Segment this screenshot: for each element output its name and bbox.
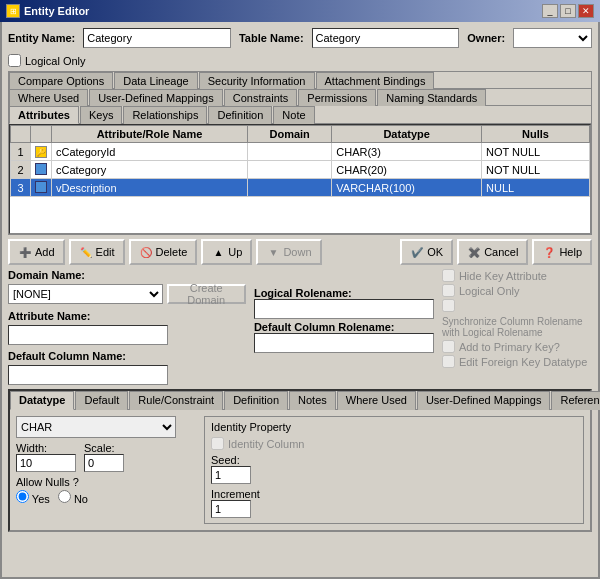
- add-button[interactable]: ➕ Add: [8, 239, 65, 265]
- domain-name-row: Domain Name:: [8, 269, 246, 281]
- domain-select[interactable]: [NONE]: [8, 284, 163, 304]
- cancel-icon: ✖️: [467, 245, 481, 259]
- col-num: [11, 126, 31, 143]
- tab-udm[interactable]: User-Defined Mappings: [417, 391, 551, 410]
- action-buttons: ➕ Add ✏️ Edit 🚫 Delete ▲ Up ▼ Down ✔️ OK…: [8, 239, 592, 265]
- table-row[interactable]: 2 cCategory CHAR(20) NOT NULL: [11, 161, 590, 179]
- delete-label: Delete: [156, 246, 188, 258]
- edit-button[interactable]: ✏️ Edit: [69, 239, 125, 265]
- entity-name-input[interactable]: [83, 28, 231, 48]
- attr-icon-2: [35, 163, 47, 175]
- attr-nulls-1: NOT NULL: [482, 143, 590, 161]
- bottom-content: CHAR Width: Scale: Allow Nulls ?: [10, 410, 590, 530]
- domain-middle: Logical Rolename: Default Column Rolenam…: [254, 269, 434, 385]
- table-name-input[interactable]: [312, 28, 460, 48]
- tab-reference-value[interactable]: Reference Value: [551, 391, 600, 410]
- tab-datatype[interactable]: Datatype: [10, 391, 74, 410]
- delete-button[interactable]: 🚫 Delete: [129, 239, 198, 265]
- add-icon: ➕: [18, 245, 32, 259]
- tab-attachment-bindings[interactable]: Attachment Bindings: [316, 72, 435, 89]
- yes-label: Yes: [32, 493, 50, 505]
- down-button[interactable]: ▼ Down: [256, 239, 321, 265]
- hide-key-attr-checkbox[interactable]: [442, 269, 455, 282]
- tab-permissions[interactable]: Permissions: [298, 89, 376, 106]
- tab-note[interactable]: Note: [273, 106, 314, 124]
- logical-only-checkbox[interactable]: [8, 54, 21, 67]
- scale-label: Scale:: [84, 442, 115, 454]
- datatype-select[interactable]: CHAR: [16, 416, 176, 438]
- tab-where-used-bottom[interactable]: Where Used: [337, 391, 416, 410]
- create-domain-label: Create Domain: [175, 282, 238, 306]
- identity-column-checkbox[interactable]: [211, 437, 224, 450]
- add-primary-key-checkbox[interactable]: [442, 340, 455, 353]
- sync-rolename-checkbox[interactable]: [442, 299, 455, 312]
- down-icon: ▼: [266, 245, 280, 259]
- tab-where-used[interactable]: Where Used: [9, 89, 88, 106]
- key-icon: 🔑: [35, 146, 47, 158]
- window-controls: _ □ ✕: [542, 4, 594, 18]
- row-num-2: 2: [11, 161, 31, 179]
- cancel-button[interactable]: ✖️ Cancel: [457, 239, 528, 265]
- tab-naming-standards[interactable]: Naming Standards: [377, 89, 486, 106]
- attr-icon-3: [35, 181, 47, 193]
- logical-rolename-input[interactable]: [254, 299, 434, 319]
- close-button[interactable]: ✕: [578, 4, 594, 18]
- scale-input[interactable]: [84, 454, 124, 472]
- increment-input[interactable]: [211, 500, 251, 518]
- owner-select[interactable]: [513, 28, 592, 48]
- tab-user-defined-mappings[interactable]: User-Defined Mappings: [89, 89, 223, 106]
- width-input[interactable]: [16, 454, 76, 472]
- default-column-input[interactable]: [8, 365, 168, 385]
- tab-relationships[interactable]: Relationships: [123, 106, 207, 124]
- col-nulls: Nulls: [482, 126, 590, 143]
- window-title: Entity Editor: [24, 5, 89, 17]
- default-col-rolename-input[interactable]: [254, 333, 434, 353]
- attribute-name-input[interactable]: [8, 325, 168, 345]
- attr-name-1: cCategoryId: [52, 143, 248, 161]
- row-icon-2: [31, 161, 52, 179]
- width-label: Width:: [16, 442, 47, 454]
- no-radio[interactable]: [58, 490, 71, 503]
- tab-keys[interactable]: Keys: [80, 106, 122, 124]
- attr-name-3: vDescription: [52, 179, 248, 197]
- create-domain-button[interactable]: Create Domain: [167, 284, 246, 304]
- table-row-selected[interactable]: 3 vDescription VARCHAR(100) NULL: [11, 179, 590, 197]
- row-num-1: 1: [11, 143, 31, 161]
- tab-data-lineage[interactable]: Data Lineage: [114, 72, 197, 89]
- attr-name-2: cCategory: [52, 161, 248, 179]
- up-button[interactable]: ▲ Up: [201, 239, 252, 265]
- table-name-label: Table Name:: [239, 32, 304, 44]
- attr-datatype-1: CHAR(3): [332, 143, 482, 161]
- logical-only-right-checkbox[interactable]: [442, 284, 455, 297]
- no-label: No: [74, 493, 88, 505]
- tab-constraints[interactable]: Constraints: [224, 89, 298, 106]
- main-window: Entity Name: Table Name: Owner: Logical …: [0, 22, 600, 579]
- tab-notes[interactable]: Notes: [289, 391, 336, 410]
- ok-button[interactable]: ✔️ OK: [400, 239, 453, 265]
- attr-nulls-3: NULL: [482, 179, 590, 197]
- bottom-tabs-area: Datatype Default Rule/Constraint Definit…: [8, 389, 592, 532]
- row-icon-3: [31, 179, 52, 197]
- attr-nulls-2: NOT NULL: [482, 161, 590, 179]
- tab-default[interactable]: Default: [75, 391, 128, 410]
- yes-radio[interactable]: [16, 490, 29, 503]
- tab-definition-bottom[interactable]: Definition: [224, 391, 288, 410]
- attribute-name-label: Attribute Name:: [8, 310, 91, 322]
- help-button[interactable]: ❓ Help: [532, 239, 592, 265]
- no-radio-label: No: [58, 490, 88, 505]
- tab-security-info[interactable]: Security Information: [199, 72, 315, 89]
- tab-definition[interactable]: Definition: [208, 106, 272, 124]
- seed-input[interactable]: [211, 466, 251, 484]
- tab-compare-options[interactable]: Compare Options: [9, 72, 113, 89]
- edit-icon: ✏️: [79, 245, 93, 259]
- edit-fk-datatype-checkbox[interactable]: [442, 355, 455, 368]
- minimize-button[interactable]: _: [542, 4, 558, 18]
- tab-rule-constraint[interactable]: Rule/Constraint: [129, 391, 223, 410]
- tab-attributes[interactable]: Attributes: [9, 106, 79, 124]
- attr-domain-1: [248, 143, 332, 161]
- maximize-button[interactable]: □: [560, 4, 576, 18]
- table-row[interactable]: 1 🔑 cCategoryId CHAR(3) NOT NULL: [11, 143, 590, 161]
- attr-datatype-2: CHAR(20): [332, 161, 482, 179]
- identity-column-label: Identity Column: [228, 438, 304, 450]
- ok-label: OK: [427, 246, 443, 258]
